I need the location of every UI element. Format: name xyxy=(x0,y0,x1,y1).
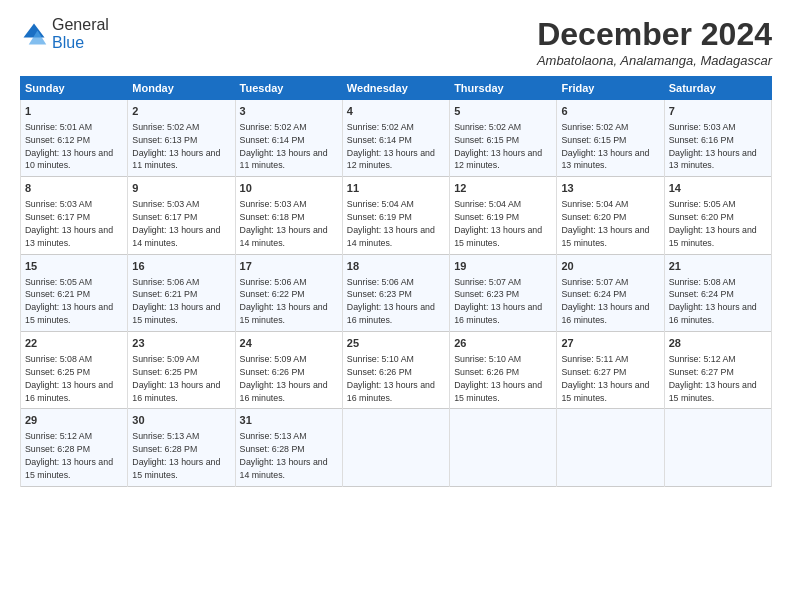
sunrise-text: Sunrise: 5:05 AM xyxy=(669,199,736,209)
sunrise-text: Sunrise: 5:02 AM xyxy=(132,122,199,132)
logo-general-text: General xyxy=(52,16,109,33)
calendar-cell: 2Sunrise: 5:02 AMSunset: 6:13 PMDaylight… xyxy=(128,100,235,177)
sunset-text: Sunset: 6:21 PM xyxy=(132,289,197,299)
week-row-2: 8Sunrise: 5:03 AMSunset: 6:17 PMDaylight… xyxy=(21,177,772,254)
week-row-5: 29Sunrise: 5:12 AMSunset: 6:28 PMDayligh… xyxy=(21,409,772,486)
sunrise-text: Sunrise: 5:09 AM xyxy=(240,354,307,364)
calendar-cell: 9Sunrise: 5:03 AMSunset: 6:17 PMDaylight… xyxy=(128,177,235,254)
day-number: 13 xyxy=(561,181,659,196)
sunrise-text: Sunrise: 5:07 AM xyxy=(561,277,628,287)
day-number: 3 xyxy=(240,104,338,119)
calendar-cell: 11Sunrise: 5:04 AMSunset: 6:19 PMDayligh… xyxy=(342,177,449,254)
day-number: 23 xyxy=(132,336,230,351)
sunrise-text: Sunrise: 5:08 AM xyxy=(669,277,736,287)
day-number: 30 xyxy=(132,413,230,428)
calendar-cell: 29Sunrise: 5:12 AMSunset: 6:28 PMDayligh… xyxy=(21,409,128,486)
day-number: 9 xyxy=(132,181,230,196)
logo-text: General Blue xyxy=(52,16,109,52)
calendar-table: SundayMondayTuesdayWednesdayThursdayFrid… xyxy=(20,76,772,487)
day-number: 18 xyxy=(347,259,445,274)
sunrise-text: Sunrise: 5:11 AM xyxy=(561,354,628,364)
day-number: 29 xyxy=(25,413,123,428)
sunset-text: Sunset: 6:27 PM xyxy=(669,367,734,377)
sunset-text: Sunset: 6:26 PM xyxy=(347,367,412,377)
daylight-label: Daylight: 13 hours and 15 minutes. xyxy=(561,380,649,403)
sunset-text: Sunset: 6:17 PM xyxy=(132,212,197,222)
calendar-cell: 18Sunrise: 5:06 AMSunset: 6:23 PMDayligh… xyxy=(342,254,449,331)
calendar-cell: 21Sunrise: 5:08 AMSunset: 6:24 PMDayligh… xyxy=(664,254,771,331)
day-number: 6 xyxy=(561,104,659,119)
calendar-cell: 27Sunrise: 5:11 AMSunset: 6:27 PMDayligh… xyxy=(557,332,664,409)
sunset-text: Sunset: 6:27 PM xyxy=(561,367,626,377)
daylight-label: Daylight: 13 hours and 13 minutes. xyxy=(25,225,113,248)
sunrise-text: Sunrise: 5:12 AM xyxy=(669,354,736,364)
daylight-label: Daylight: 13 hours and 16 minutes. xyxy=(454,302,542,325)
calendar-cell xyxy=(342,409,449,486)
day-number: 20 xyxy=(561,259,659,274)
header-wednesday: Wednesday xyxy=(342,77,449,100)
sunrise-text: Sunrise: 5:04 AM xyxy=(561,199,628,209)
day-number: 31 xyxy=(240,413,338,428)
daylight-label: Daylight: 13 hours and 15 minutes. xyxy=(132,457,220,480)
calendar-cell: 28Sunrise: 5:12 AMSunset: 6:27 PMDayligh… xyxy=(664,332,771,409)
daylight-label: Daylight: 13 hours and 15 minutes. xyxy=(454,380,542,403)
sunset-text: Sunset: 6:14 PM xyxy=(347,135,412,145)
calendar-cell: 15Sunrise: 5:05 AMSunset: 6:21 PMDayligh… xyxy=(21,254,128,331)
day-number: 10 xyxy=(240,181,338,196)
sunset-text: Sunset: 6:23 PM xyxy=(454,289,519,299)
daylight-label: Daylight: 13 hours and 11 minutes. xyxy=(240,148,328,171)
day-number: 4 xyxy=(347,104,445,119)
sunset-text: Sunset: 6:20 PM xyxy=(561,212,626,222)
header-friday: Friday xyxy=(557,77,664,100)
week-row-4: 22Sunrise: 5:08 AMSunset: 6:25 PMDayligh… xyxy=(21,332,772,409)
sunrise-text: Sunrise: 5:13 AM xyxy=(132,431,199,441)
day-number: 26 xyxy=(454,336,552,351)
calendar-cell: 6Sunrise: 5:02 AMSunset: 6:15 PMDaylight… xyxy=(557,100,664,177)
sunset-text: Sunset: 6:15 PM xyxy=(454,135,519,145)
calendar-cell: 10Sunrise: 5:03 AMSunset: 6:18 PMDayligh… xyxy=(235,177,342,254)
sunset-text: Sunset: 6:26 PM xyxy=(454,367,519,377)
header-thursday: Thursday xyxy=(450,77,557,100)
calendar-cell: 1Sunrise: 5:01 AMSunset: 6:12 PMDaylight… xyxy=(21,100,128,177)
calendar-cell: 31Sunrise: 5:13 AMSunset: 6:28 PMDayligh… xyxy=(235,409,342,486)
daylight-label: Daylight: 13 hours and 16 minutes. xyxy=(347,302,435,325)
calendar-cell xyxy=(664,409,771,486)
sunrise-text: Sunrise: 5:06 AM xyxy=(347,277,414,287)
sunset-text: Sunset: 6:24 PM xyxy=(669,289,734,299)
daylight-label: Daylight: 13 hours and 15 minutes. xyxy=(454,225,542,248)
sunrise-text: Sunrise: 5:02 AM xyxy=(561,122,628,132)
daylight-label: Daylight: 13 hours and 16 minutes. xyxy=(347,380,435,403)
day-number: 17 xyxy=(240,259,338,274)
daylight-label: Daylight: 13 hours and 13 minutes. xyxy=(669,148,757,171)
header-monday: Monday xyxy=(128,77,235,100)
day-number: 22 xyxy=(25,336,123,351)
daylight-label: Daylight: 13 hours and 16 minutes. xyxy=(132,380,220,403)
daylight-label: Daylight: 13 hours and 15 minutes. xyxy=(25,302,113,325)
svg-marker-0 xyxy=(24,24,45,38)
calendar-cell: 4Sunrise: 5:02 AMSunset: 6:14 PMDaylight… xyxy=(342,100,449,177)
daylight-label: Daylight: 13 hours and 16 minutes. xyxy=(669,302,757,325)
sunrise-text: Sunrise: 5:03 AM xyxy=(669,122,736,132)
day-number: 14 xyxy=(669,181,767,196)
sunrise-text: Sunrise: 5:13 AM xyxy=(240,431,307,441)
calendar-cell: 5Sunrise: 5:02 AMSunset: 6:15 PMDaylight… xyxy=(450,100,557,177)
calendar-cell: 14Sunrise: 5:05 AMSunset: 6:20 PMDayligh… xyxy=(664,177,771,254)
sunrise-text: Sunrise: 5:10 AM xyxy=(454,354,521,364)
day-number: 2 xyxy=(132,104,230,119)
sunrise-text: Sunrise: 5:04 AM xyxy=(347,199,414,209)
sunrise-text: Sunrise: 5:07 AM xyxy=(454,277,521,287)
calendar-cell: 22Sunrise: 5:08 AMSunset: 6:25 PMDayligh… xyxy=(21,332,128,409)
daylight-label: Daylight: 13 hours and 15 minutes. xyxy=(132,302,220,325)
day-number: 15 xyxy=(25,259,123,274)
calendar-cell: 26Sunrise: 5:10 AMSunset: 6:26 PMDayligh… xyxy=(450,332,557,409)
daylight-label: Daylight: 13 hours and 14 minutes. xyxy=(240,457,328,480)
daylight-label: Daylight: 13 hours and 16 minutes. xyxy=(240,380,328,403)
calendar-cell xyxy=(450,409,557,486)
day-number: 8 xyxy=(25,181,123,196)
daylight-label: Daylight: 13 hours and 14 minutes. xyxy=(132,225,220,248)
day-number: 27 xyxy=(561,336,659,351)
header-row: SundayMondayTuesdayWednesdayThursdayFrid… xyxy=(21,77,772,100)
calendar-cell: 24Sunrise: 5:09 AMSunset: 6:26 PMDayligh… xyxy=(235,332,342,409)
sunset-text: Sunset: 6:12 PM xyxy=(25,135,90,145)
header-saturday: Saturday xyxy=(664,77,771,100)
